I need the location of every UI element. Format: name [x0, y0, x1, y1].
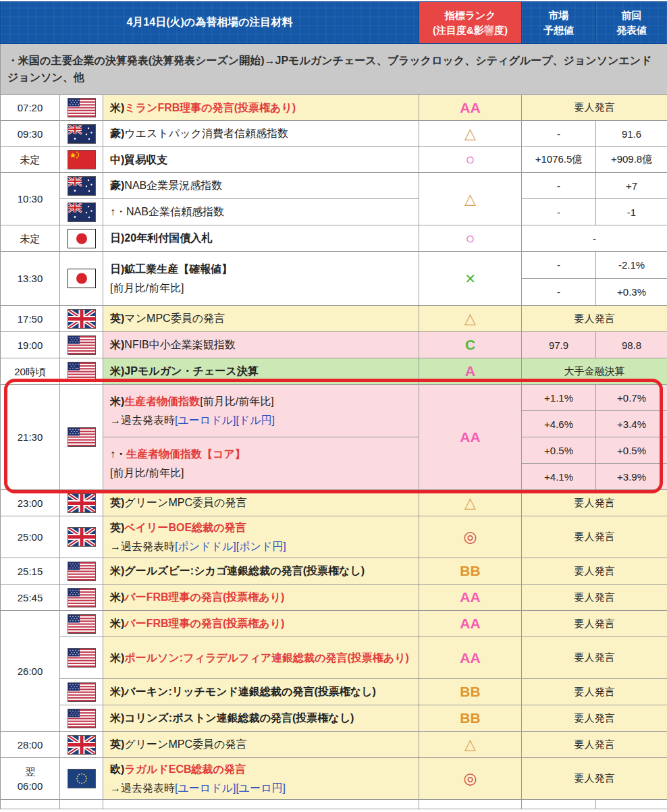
event-cell: 英)グリーンMPC委員の発言: [103, 490, 419, 516]
value-span-cell: 要人発言: [522, 637, 667, 679]
note-text: ・米国の主要企業の決算発表(決算発表シーズン開始)→JPモルガンチェース、ブラッ…: [1, 44, 667, 95]
rank-cell: AA: [419, 95, 522, 121]
event-line2: [前月比/前年比]: [110, 464, 413, 482]
rank-cell: AA: [419, 637, 522, 679]
flag-gb-icon: [68, 309, 96, 329]
event-cell: 英)グリーンMPC委員の発言: [103, 732, 419, 758]
country-prefix: 米): [110, 712, 124, 724]
table-row: 19:00 米)NFIB中小企業楽観指数 C 97.9 98.8: [1, 332, 667, 358]
value-span-cell: 要人発言: [522, 705, 667, 732]
flag-us-icon: [68, 682, 96, 702]
event-title: JPモルガン・チェース決算: [124, 365, 258, 377]
previous-value-cell: +3.9%: [596, 464, 667, 490]
table-row: 米)バーキン:リッチモンド連銀総裁の発言(投票権なし) BB 要人発言: [1, 679, 667, 705]
table-row-partial: [1, 800, 667, 809]
event-title: コリンズ:ボストン連銀総裁の発言(投票権なし): [124, 712, 354, 724]
table-row: 10:30 豪)NAB企業景況感指数 △ - +7: [1, 173, 667, 199]
previous-value-cell: 91.6: [596, 121, 667, 147]
flag-au-icon: [68, 202, 96, 222]
time-cell: 25:45: [1, 585, 60, 611]
event-title: ラガルドECB総裁の発言: [124, 763, 246, 775]
past-release-link[interactable]: [ドル円]: [236, 414, 275, 426]
event-line2: [前月比/前年比]: [110, 279, 413, 297]
market-forecast-cell: +1076.5億: [522, 147, 596, 173]
time-cell: 25:00: [1, 516, 60, 558]
flag-us-icon: [68, 562, 96, 581]
event-title: 生産者物価指数【コア】: [126, 448, 246, 460]
time-cell: 未定: [1, 147, 60, 173]
event-line2: →過去発表時[ポンドドル][ポンド円]: [110, 537, 413, 556]
past-release-link[interactable]: [ユーロドル]: [175, 782, 236, 794]
previous-value-cell: +0.7%: [596, 385, 667, 411]
market-forecast-cell: -: [522, 279, 596, 306]
previous-value-cell: +7: [596, 173, 667, 199]
previous-value-cell: +909.8億: [596, 147, 667, 173]
event-title: バーFRB理事の発言(投票権あり): [124, 591, 284, 603]
table-row: 25:15 米)グールズビー:シカゴ連銀総裁の発言(投票権なし) BB 要人発言: [1, 558, 667, 585]
table-header-row: 4月14日(火)の為替相場の注目材料 指標ランク (注目度&影響度) 市場 予想…: [1, 2, 667, 44]
table-row: 09:30 豪)ウエストパック消費者信頼感指数 △ - 91.6: [1, 121, 667, 147]
previous-value-cell: -2.1%: [596, 252, 667, 279]
table-row: 20時頃 米)JPモルガン・チェース決算 A 大手金融決算: [1, 358, 667, 385]
calendar-table: 4月14日(火)の為替相場の注目材料 指標ランク (注目度&影響度) 市場 予想…: [0, 1, 667, 809]
flag-us-icon: [68, 98, 96, 117]
table-row: 28:00 英)グリーンMPC委員の発言 △ 要人発言: [1, 732, 667, 758]
previous-value-cell: +0.5%: [596, 437, 667, 464]
rank-cell: AA: [419, 585, 522, 611]
rank-cell: A: [419, 358, 522, 385]
flag-us-icon: [68, 335, 96, 355]
event-line1: 英)ベイリーBOE総裁の発言: [110, 518, 413, 537]
event-title: ベイリーBOE総裁の発言: [124, 522, 246, 533]
time-cell: 07:20: [1, 95, 60, 121]
value-span-cell: 要人発言: [522, 732, 667, 758]
event-cell: 英)マンMPC委員の発言: [103, 306, 419, 332]
market-forecast-cell: -: [522, 121, 596, 147]
event-cell: 中)貿易収支: [103, 147, 419, 173]
value-span-cell: 要人発言: [522, 611, 667, 637]
table-row: 23:00 英)グリーンMPC委員の発言 △ 要人発言: [1, 490, 667, 516]
market-forecast-cell: +4.1%: [522, 464, 596, 490]
time-cell: 28:00: [1, 732, 60, 758]
rank-cell: BB: [419, 679, 522, 705]
country-prefix: 日): [110, 263, 124, 275]
flag-us-icon: [68, 362, 96, 381]
time-cell: 19:00: [1, 332, 60, 358]
event-cell: 日)20年利付国債入札: [103, 225, 419, 252]
flag-gb-icon: [68, 493, 96, 513]
value-span-cell: -: [522, 225, 667, 252]
past-release-link[interactable]: [ポンドドル]: [175, 541, 236, 552]
country-prefix: 英): [110, 497, 124, 508]
event-cell: 米)バーキン:リッチモンド連銀総裁の発言(投票権なし): [103, 679, 419, 705]
event-cell: ↑・生産者物価指数【コア】 [前月比/前年比]: [103, 437, 419, 490]
rank-cell: ✕: [419, 252, 522, 306]
market-forecast-cell: +4.6%: [522, 411, 596, 437]
table-row-highlighted: 21:30 米)生産者物価指数[前月比/前年比] →過去発表時[ユーロドル][ド…: [1, 385, 667, 411]
rank-cell: BB: [419, 558, 522, 585]
previous-value-cell: +3.4%: [596, 411, 667, 437]
table-row: 25:00 英)ベイリーBOE総裁の発言 →過去発表時[ポンドドル][ポンド円]…: [1, 516, 667, 558]
previous-value-cell: +0.3%: [596, 279, 667, 306]
event-title: 20年利付国債入札: [124, 232, 212, 244]
flag-au-icon: [68, 124, 96, 144]
event-title: ウエストパック消費者信頼感指数: [124, 128, 288, 139]
rank-cell: ○: [419, 225, 522, 252]
event-title: 生産者物価指数: [124, 396, 200, 407]
event-cell: 日)鉱工業生産【確報値】 [前月比/前年比]: [103, 252, 419, 306]
event-cell: ↑・NAB企業信頼感指数: [103, 199, 419, 225]
event-cell: 豪)NAB企業景況感指数: [103, 173, 419, 199]
country-prefix: 米): [110, 618, 124, 629]
flag-jp-icon: [68, 269, 96, 288]
event-line1: 米)生産者物価指数[前月比/前年比]: [110, 392, 413, 410]
past-release-link[interactable]: [ユーロドル]: [175, 414, 236, 426]
past-release-link[interactable]: [ユーロ円]: [236, 782, 286, 794]
event-line2: →過去発表時[ユーロドル][ユーロ円]: [110, 779, 413, 797]
time-cell: 未定: [1, 225, 60, 252]
country-prefix: 欧): [110, 763, 124, 775]
past-release-link[interactable]: [ポンド円]: [236, 541, 286, 552]
country-prefix: 米): [110, 102, 124, 113]
country-prefix: 米): [110, 365, 124, 377]
event-line1: ↑・生産者物価指数【コア】: [110, 445, 413, 463]
rank-cell: △: [419, 490, 522, 516]
rank-cell: C: [419, 332, 522, 358]
table-row: 翌 06:00 欧)ラガルドECB総裁の発言 →過去発表時[ユーロドル][ユーロ…: [1, 758, 667, 800]
